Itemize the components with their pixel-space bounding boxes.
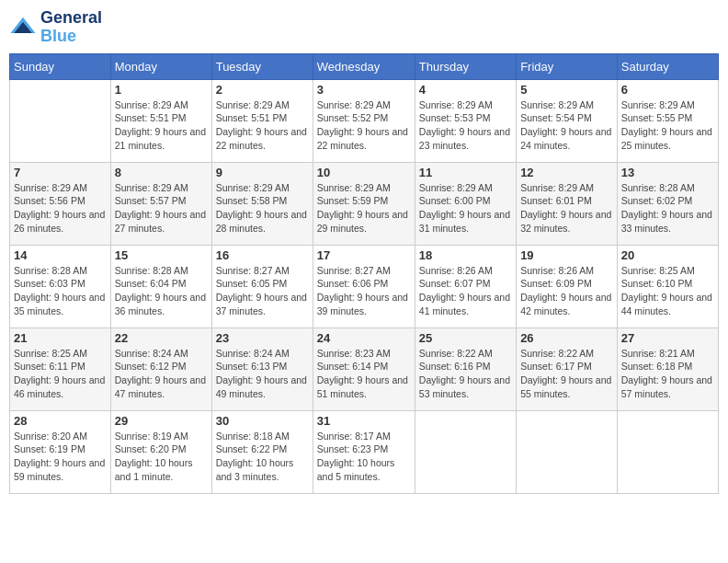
calendar-cell: 9Sunrise: 8:29 AMSunset: 5:58 PMDaylight… — [211, 162, 313, 245]
calendar-table: SundayMondayTuesdayWednesdayThursdayFrid… — [9, 53, 719, 494]
day-info: Sunrise: 8:22 AMSunset: 6:16 PMDaylight:… — [419, 347, 512, 401]
calendar-cell — [10, 79, 111, 162]
day-info: Sunrise: 8:29 AMSunset: 6:00 PMDaylight:… — [419, 181, 512, 236]
calendar-cell: 13Sunrise: 8:28 AMSunset: 6:02 PMDayligh… — [617, 162, 718, 245]
calendar-week-row: 7Sunrise: 8:29 AMSunset: 5:56 PMDaylight… — [10, 162, 719, 245]
weekday-header-tuesday: Tuesday — [211, 53, 313, 79]
day-info: Sunrise: 8:24 AMSunset: 6:12 PMDaylight:… — [115, 347, 208, 401]
day-number: 18 — [419, 248, 512, 262]
day-number: 13 — [621, 166, 714, 179]
calendar-cell: 27Sunrise: 8:21 AMSunset: 6:18 PMDayligh… — [617, 327, 718, 410]
calendar-cell: 3Sunrise: 8:29 AMSunset: 5:52 PMDaylight… — [313, 79, 415, 162]
calendar-cell: 7Sunrise: 8:29 AMSunset: 5:56 PMDaylight… — [10, 162, 111, 245]
day-number: 1 — [115, 83, 208, 97]
calendar-cell: 14Sunrise: 8:28 AMSunset: 6:03 PMDayligh… — [10, 245, 111, 327]
calendar-cell: 17Sunrise: 8:27 AMSunset: 6:06 PMDayligh… — [313, 245, 415, 327]
day-number: 6 — [621, 83, 714, 97]
calendar-week-row: 21Sunrise: 8:25 AMSunset: 6:11 PMDayligh… — [10, 327, 719, 410]
day-number: 24 — [317, 331, 411, 345]
day-number: 17 — [317, 248, 411, 262]
day-info: Sunrise: 8:29 AMSunset: 5:51 PMDaylight:… — [216, 98, 309, 153]
day-number: 3 — [317, 83, 411, 97]
day-info: Sunrise: 8:29 AMSunset: 5:52 PMDaylight:… — [317, 98, 411, 153]
calendar-header-row: SundayMondayTuesdayWednesdayThursdayFrid… — [10, 53, 719, 79]
calendar-cell — [617, 410, 718, 493]
day-info: Sunrise: 8:29 AMSunset: 5:58 PMDaylight:… — [216, 181, 309, 236]
calendar-cell: 15Sunrise: 8:28 AMSunset: 6:04 PMDayligh… — [110, 245, 211, 327]
day-info: Sunrise: 8:24 AMSunset: 6:13 PMDaylight:… — [216, 347, 309, 401]
day-info: Sunrise: 8:29 AMSunset: 5:54 PMDaylight:… — [520, 98, 613, 153]
day-info: Sunrise: 8:29 AMSunset: 5:53 PMDaylight:… — [419, 98, 512, 153]
day-info: Sunrise: 8:29 AMSunset: 5:57 PMDaylight:… — [115, 181, 208, 236]
calendar-cell: 23Sunrise: 8:24 AMSunset: 6:13 PMDayligh… — [211, 327, 313, 410]
weekday-header-saturday: Saturday — [617, 53, 718, 79]
calendar-cell: 2Sunrise: 8:29 AMSunset: 5:51 PMDaylight… — [211, 79, 313, 162]
day-number: 29 — [115, 414, 208, 428]
day-info: Sunrise: 8:17 AMSunset: 6:23 PMDaylight:… — [317, 430, 411, 484]
calendar-cell: 26Sunrise: 8:22 AMSunset: 6:17 PMDayligh… — [517, 327, 618, 410]
calendar-cell: 6Sunrise: 8:29 AMSunset: 5:55 PMDaylight… — [617, 79, 718, 162]
day-number: 26 — [520, 331, 613, 345]
weekday-header-thursday: Thursday — [415, 53, 516, 79]
day-info: Sunrise: 8:22 AMSunset: 6:17 PMDaylight:… — [520, 347, 613, 401]
day-info: Sunrise: 8:29 AMSunset: 5:51 PMDaylight:… — [115, 98, 208, 153]
weekday-header-sunday: Sunday — [10, 53, 111, 79]
day-info: Sunrise: 8:29 AMSunset: 5:56 PMDaylight:… — [14, 181, 107, 236]
day-number: 25 — [419, 331, 512, 345]
calendar-cell: 21Sunrise: 8:25 AMSunset: 6:11 PMDayligh… — [10, 327, 111, 410]
calendar-cell: 30Sunrise: 8:18 AMSunset: 6:22 PMDayligh… — [211, 410, 313, 493]
weekday-header-monday: Monday — [110, 53, 211, 79]
day-number: 20 — [621, 248, 714, 262]
day-info: Sunrise: 8:26 AMSunset: 6:09 PMDaylight:… — [520, 264, 613, 318]
day-info: Sunrise: 8:29 AMSunset: 5:59 PMDaylight:… — [317, 181, 411, 236]
day-number: 28 — [14, 414, 107, 428]
calendar-cell: 25Sunrise: 8:22 AMSunset: 6:16 PMDayligh… — [415, 327, 516, 410]
day-info: Sunrise: 8:29 AMSunset: 5:55 PMDaylight:… — [621, 98, 714, 153]
calendar-cell: 4Sunrise: 8:29 AMSunset: 5:53 PMDaylight… — [415, 79, 516, 162]
day-info: Sunrise: 8:19 AMSunset: 6:20 PMDaylight:… — [115, 430, 208, 484]
day-number: 10 — [317, 166, 411, 179]
day-number: 31 — [317, 414, 411, 428]
page-header: GeneralBlue — [9, 9, 719, 46]
day-info: Sunrise: 8:20 AMSunset: 6:19 PMDaylight:… — [14, 430, 107, 484]
day-info: Sunrise: 8:26 AMSunset: 6:07 PMDaylight:… — [419, 264, 512, 318]
day-info: Sunrise: 8:29 AMSunset: 6:01 PMDaylight:… — [520, 181, 613, 236]
calendar-week-row: 1Sunrise: 8:29 AMSunset: 5:51 PMDaylight… — [10, 79, 719, 162]
day-number: 12 — [520, 166, 613, 179]
logo-icon — [9, 14, 37, 41]
calendar-cell: 19Sunrise: 8:26 AMSunset: 6:09 PMDayligh… — [517, 245, 618, 327]
day-number: 7 — [14, 166, 107, 179]
day-info: Sunrise: 8:23 AMSunset: 6:14 PMDaylight:… — [317, 347, 411, 401]
day-number: 5 — [520, 83, 613, 97]
day-info: Sunrise: 8:27 AMSunset: 6:06 PMDaylight:… — [317, 264, 411, 318]
calendar-cell: 12Sunrise: 8:29 AMSunset: 6:01 PMDayligh… — [517, 162, 618, 245]
day-number: 30 — [216, 414, 309, 428]
calendar-cell: 29Sunrise: 8:19 AMSunset: 6:20 PMDayligh… — [110, 410, 211, 493]
day-number: 4 — [419, 83, 512, 97]
day-info: Sunrise: 8:27 AMSunset: 6:05 PMDaylight:… — [216, 264, 309, 318]
day-info: Sunrise: 8:28 AMSunset: 6:04 PMDaylight:… — [115, 264, 208, 318]
calendar-cell: 16Sunrise: 8:27 AMSunset: 6:05 PMDayligh… — [211, 245, 313, 327]
logo-text: GeneralBlue — [40, 9, 102, 46]
day-number: 16 — [216, 248, 309, 262]
calendar-cell: 18Sunrise: 8:26 AMSunset: 6:07 PMDayligh… — [415, 245, 516, 327]
day-info: Sunrise: 8:18 AMSunset: 6:22 PMDaylight:… — [216, 430, 309, 484]
calendar-cell: 8Sunrise: 8:29 AMSunset: 5:57 PMDaylight… — [110, 162, 211, 245]
calendar-cell: 22Sunrise: 8:24 AMSunset: 6:12 PMDayligh… — [110, 327, 211, 410]
calendar-cell: 24Sunrise: 8:23 AMSunset: 6:14 PMDayligh… — [313, 327, 415, 410]
day-number: 8 — [115, 166, 208, 179]
calendar-cell: 1Sunrise: 8:29 AMSunset: 5:51 PMDaylight… — [110, 79, 211, 162]
day-number: 21 — [14, 331, 107, 345]
calendar-cell: 5Sunrise: 8:29 AMSunset: 5:54 PMDaylight… — [517, 79, 618, 162]
calendar-week-row: 28Sunrise: 8:20 AMSunset: 6:19 PMDayligh… — [10, 410, 719, 493]
calendar-cell: 28Sunrise: 8:20 AMSunset: 6:19 PMDayligh… — [10, 410, 111, 493]
day-number: 9 — [216, 166, 309, 179]
calendar-week-row: 14Sunrise: 8:28 AMSunset: 6:03 PMDayligh… — [10, 245, 719, 327]
logo: GeneralBlue — [9, 9, 102, 46]
day-number: 22 — [115, 331, 208, 345]
day-number: 2 — [216, 83, 309, 97]
calendar-cell — [415, 410, 516, 493]
day-number: 27 — [621, 331, 714, 345]
day-number: 19 — [520, 248, 613, 262]
day-info: Sunrise: 8:21 AMSunset: 6:18 PMDaylight:… — [621, 347, 714, 401]
